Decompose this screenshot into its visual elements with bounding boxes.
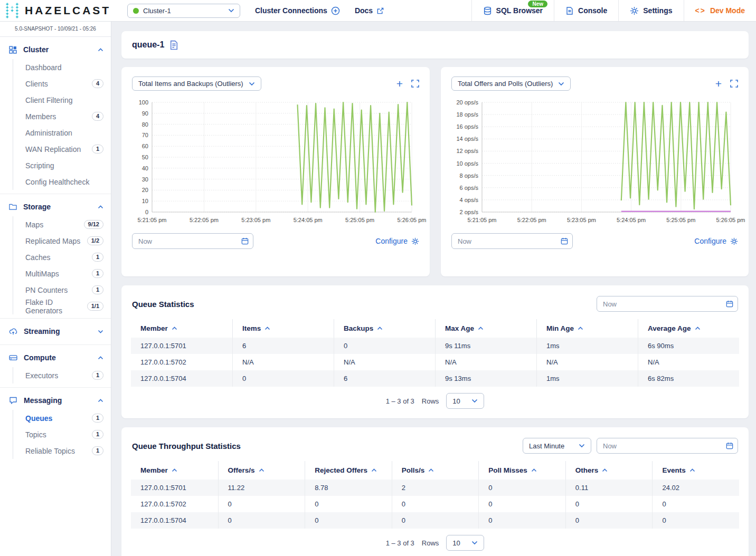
sidebar-item-clients[interactable]: Clients4	[13, 75, 111, 92]
sidebar-item-pn-counters[interactable]: PN Counters1	[13, 282, 111, 298]
sidebar-section-compute: ComputeExecutors1	[0, 344, 111, 384]
time-range-select[interactable]: Last Minute	[523, 438, 591, 454]
svg-text:4 ops/s: 4 ops/s	[460, 197, 479, 203]
fullscreen-icon[interactable]	[411, 80, 419, 88]
sidebar-section-header-compute[interactable]: Compute	[0, 348, 111, 367]
svg-text:5:24:05 pm: 5:24:05 pm	[294, 217, 323, 223]
metric-select[interactable]: Total Items and Backups (Outliers)	[132, 76, 261, 91]
svg-text:20 ops/s: 20 ops/s	[456, 99, 478, 106]
sidebar-item-maps[interactable]: Maps9/12	[13, 216, 111, 233]
sql-browser-button[interactable]: New SQL Browser	[471, 0, 554, 21]
table-header: MemberOffers/sRejected OffersPolls/sPoll…	[131, 461, 739, 480]
column-header-poll-misses[interactable]: Poll Misses	[478, 461, 565, 480]
table-cell: 6s 82ms	[638, 370, 739, 387]
sidebar-item-wan-replication[interactable]: WAN Replication1	[13, 141, 111, 157]
cluster-select[interactable]: Cluster-1	[127, 4, 240, 18]
sidebar-section-cluster: ClusterDashboardClients4Client Filtering…	[0, 37, 111, 190]
table-cell: 0	[565, 496, 653, 512]
sidebar-item-label: Maps	[25, 221, 84, 229]
column-header-offers-s[interactable]: Offers/s	[218, 461, 305, 480]
document-icon[interactable]	[169, 40, 178, 50]
sidebar-item-topics[interactable]: Topics1	[13, 426, 111, 443]
sidebar-section-header-cluster[interactable]: Cluster	[0, 40, 111, 59]
offers-polls-chart[interactable]: 2 ops/s4 ops/s6 ops/s8 ops/s10 ops/s12 o…	[451, 98, 738, 226]
console-label: Console	[578, 6, 607, 15]
sidebar-item-multimaps[interactable]: MultiMaps1	[13, 265, 111, 282]
section-title: Queue Throughput Statistics	[132, 442, 241, 450]
cluster-connections-link[interactable]: Cluster Connections	[255, 6, 340, 15]
column-header-min-age[interactable]: Min Age	[536, 319, 638, 338]
time-picker-input[interactable]	[451, 233, 573, 249]
sidebar-item-dashboard[interactable]: Dashboard	[13, 59, 111, 75]
sidebar-item-label: MultiMaps	[25, 270, 92, 278]
cluster-status-dot	[133, 8, 139, 14]
sidebar-item-reliable-topics[interactable]: Reliable Topics1	[13, 443, 111, 459]
sidebar-item-config-healthcheck[interactable]: Config Healthcheck	[13, 174, 111, 190]
svg-text:70: 70	[142, 132, 148, 138]
sidebar-item-label: PN Counters	[25, 286, 92, 294]
time-picker-input[interactable]	[132, 233, 253, 249]
settings-button[interactable]: Settings	[618, 0, 683, 21]
chevron-up-icon	[98, 48, 103, 52]
items-backups-chart-card: Total Items and Backups (Outliers) + 010…	[121, 67, 430, 276]
sidebar-item-queues[interactable]: Queues1	[13, 410, 111, 426]
rows-per-page-select[interactable]: 10	[446, 393, 484, 409]
svg-text:100: 100	[139, 99, 148, 106]
sidebar-section-header-messaging[interactable]: Messaging	[0, 391, 111, 410]
time-picker-input[interactable]	[597, 296, 738, 312]
dev-mode-button[interactable]: <> Dev Mode	[684, 0, 756, 21]
table-time-picker[interactable]	[597, 438, 738, 454]
table-row[interactable]: 127.0.0.1:5704069s 13ms1ms6s 82ms	[131, 370, 739, 387]
sidebar-item-members[interactable]: Members4	[13, 108, 111, 124]
table-time-picker[interactable]	[597, 296, 738, 312]
column-header-backups[interactable]: Backups	[334, 319, 435, 338]
sidebar-item-replicated-maps[interactable]: Replicated Maps1/2	[13, 233, 111, 249]
section-label: Cluster	[23, 45, 91, 54]
sort-asc-icon	[172, 468, 177, 472]
sidebar-section-header-storage[interactable]: Storage	[0, 197, 111, 216]
add-chart-button[interactable]: +	[396, 78, 403, 89]
streaming-icon	[9, 328, 17, 335]
column-header-max-age[interactable]: Max Age	[435, 319, 536, 338]
table-cell: 9s 11ms	[435, 338, 536, 354]
rows-per-page-select[interactable]: 10	[446, 535, 484, 551]
sidebar-item-scripting[interactable]: Scripting	[13, 157, 111, 174]
column-header-average-age[interactable]: Average Age	[638, 319, 739, 338]
sidebar-item-caches[interactable]: Caches1	[13, 249, 111, 265]
configure-link[interactable]: Configure	[694, 237, 738, 245]
chevron-up-icon	[98, 205, 103, 209]
fullscreen-icon[interactable]	[730, 80, 738, 88]
sidebar-section-header-streaming[interactable]: Streaming	[0, 322, 111, 341]
time-picker-input[interactable]	[597, 438, 738, 454]
svg-text:8 ops/s: 8 ops/s	[460, 172, 479, 179]
sort-asc-icon	[371, 468, 377, 472]
table-row[interactable]: 127.0.0.1:5701609s 11ms1ms6s 90ms	[131, 338, 739, 354]
sidebar-item-administration[interactable]: Administration	[13, 124, 111, 141]
table-row[interactable]: 127.0.0.1:5704000000	[131, 512, 739, 529]
docs-link[interactable]: Docs	[355, 6, 384, 15]
column-header-others[interactable]: Others	[565, 461, 653, 480]
column-header-rejected-offers[interactable]: Rejected Offers	[305, 461, 392, 480]
column-header-member[interactable]: Member	[131, 461, 218, 480]
sidebar-item-executors[interactable]: Executors1	[13, 367, 111, 384]
table-row[interactable]: 127.0.0.1:5702N/AN/AN/AN/AN/A	[131, 354, 739, 370]
column-header-events[interactable]: Events	[652, 461, 739, 480]
table-cell: N/A	[638, 354, 739, 370]
configure-link[interactable]: Configure	[375, 237, 419, 245]
chart-time-picker[interactable]	[451, 233, 573, 249]
items-backups-chart[interactable]: 01020304050607080901005:21:05 pm5:22:05 …	[132, 98, 419, 226]
table-row[interactable]: 127.0.0.1:570111.228.78200.1124.02	[131, 480, 739, 496]
column-header-items[interactable]: Items	[232, 319, 334, 338]
console-button[interactable]: Console	[554, 0, 618, 21]
sidebar-item-client-filtering[interactable]: Client Filtering	[13, 92, 111, 108]
chart-time-picker[interactable]	[132, 233, 253, 249]
add-chart-button[interactable]: +	[715, 78, 722, 89]
table-row[interactable]: 127.0.0.1:5702000000	[131, 496, 739, 512]
sidebar-item-flake-id-generators[interactable]: Flake ID Generators1/1	[13, 298, 111, 314]
column-header-member[interactable]: Member	[131, 319, 232, 338]
top-navbar: HAZELCAST Cluster-1 Cluster Connections …	[0, 0, 756, 22]
section-title: Queue Statistics	[132, 300, 194, 309]
column-header-polls-s[interactable]: Polls/s	[392, 461, 479, 480]
metric-select[interactable]: Total Offers and Polls (Outliers)	[451, 76, 571, 91]
svg-text:5:23:05 pm: 5:23:05 pm	[241, 217, 270, 223]
